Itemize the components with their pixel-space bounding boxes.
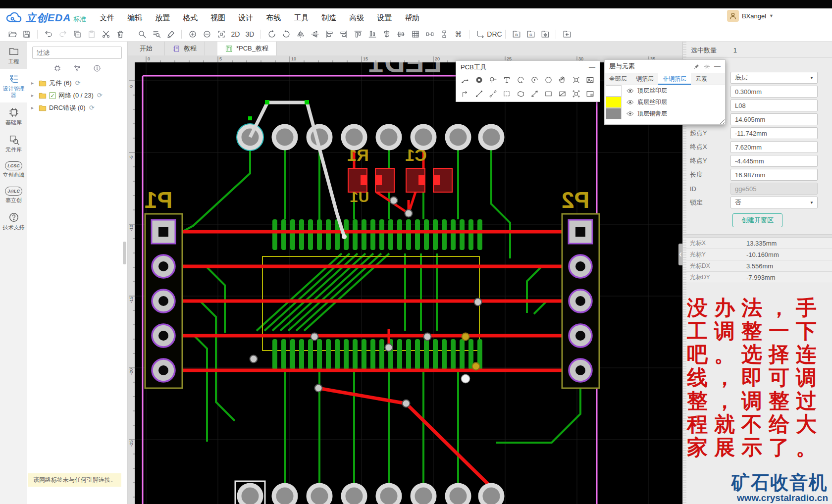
copper-area-icon[interactable]: [514, 88, 527, 100]
sidebar-item-base-lib[interactable]: 基础库: [0, 102, 27, 130]
tab-0[interactable]: 开始: [128, 42, 165, 55]
rect-icon[interactable]: [542, 88, 555, 100]
layers-tab-2[interactable]: 非铜箔层: [658, 73, 691, 85]
text-icon[interactable]: [500, 74, 513, 86]
align-middle-vertical-icon[interactable]: [394, 28, 408, 41]
refresh-icon[interactable]: ⟳: [97, 92, 103, 99]
rotate-ccw-icon[interactable]: [264, 28, 279, 41]
expand-arrow-icon[interactable]: ▸: [31, 93, 36, 98]
grid-array-icon[interactable]: [408, 28, 422, 41]
layers-panel[interactable]: 层与元素 — 全部层铜箔层非铜箔层元素 顶层丝印层底层丝印层顶层锡膏层: [604, 59, 726, 125]
layers-tab-0[interactable]: 全部层: [605, 73, 631, 85]
copy-icon[interactable]: [70, 28, 84, 41]
minimize-icon[interactable]: —: [589, 61, 595, 74]
drc-icon[interactable]: DRC: [487, 28, 502, 41]
menu-item-5[interactable]: 设计: [232, 8, 260, 27]
drag-icon[interactable]: [556, 74, 569, 86]
measure-icon[interactable]: [486, 88, 499, 100]
export-gerber-icon[interactable]: G: [523, 28, 538, 41]
tree-item-2[interactable]: ▸DRC错误 (0)⟳: [27, 101, 127, 114]
pin-icon[interactable]: [693, 63, 700, 70]
eye-icon[interactable]: [626, 87, 634, 95]
filter-input[interactable]: [32, 47, 122, 59]
view-2d[interactable]: 2D: [228, 28, 243, 41]
circle-icon[interactable]: [542, 74, 555, 86]
image-icon[interactable]: [583, 74, 596, 86]
pcb-drawing[interactable]: LED1 R1 C1 U1 P1 P2: [128, 55, 682, 504]
warning-icon[interactable]: [93, 64, 101, 72]
align-left-icon[interactable]: [322, 28, 336, 41]
tab-1[interactable]: 教程: [165, 42, 205, 55]
distribute-vertical-icon[interactable]: [437, 28, 451, 41]
corner-icon[interactable]: [459, 88, 471, 100]
expand-arrow-icon[interactable]: ▸: [31, 105, 36, 110]
sidebar-item-jlc[interactable]: J◎LC嘉立创: [0, 182, 27, 207]
pcb-canvas[interactable]: LED1 R1 C1 U1 P1 P2: [128, 55, 682, 504]
tree-item-0[interactable]: ▸元件 (6)⟳: [27, 77, 127, 89]
arc-center-icon[interactable]: [528, 74, 541, 86]
region-select-icon[interactable]: [500, 88, 513, 100]
pcb-tools-header[interactable]: PCB工具 —: [456, 61, 600, 74]
line-icon[interactable]: [472, 88, 485, 100]
format-brush-icon[interactable]: [163, 28, 178, 41]
menu-item-11[interactable]: 帮助: [398, 8, 426, 27]
checkbox-checked[interactable]: ✓: [49, 92, 56, 99]
field-select-9[interactable]: [730, 197, 818, 208]
panel-resize-handle[interactable]: [123, 242, 126, 264]
align-center-horizontal-icon[interactable]: [379, 28, 394, 41]
connector-p2[interactable]: [562, 214, 599, 388]
menu-item-2[interactable]: 放置: [149, 8, 176, 27]
distribute-horizontal-icon[interactable]: [422, 28, 437, 41]
flip-vertical-icon[interactable]: [308, 28, 322, 41]
menu-item-9[interactable]: 高级: [343, 8, 370, 27]
menu-item-0[interactable]: 文件: [93, 8, 121, 27]
field-input-2[interactable]: [730, 100, 818, 111]
layer-color-swatch[interactable]: [606, 108, 622, 119]
menu-item-10[interactable]: 设置: [370, 8, 398, 27]
zoom-in-icon[interactable]: [185, 28, 200, 41]
cross-probe-icon[interactable]: ⌘: [451, 28, 466, 41]
zoom-out-icon[interactable]: [200, 28, 214, 41]
sidebar-item-lcsc[interactable]: LCSC立创商城: [0, 157, 27, 182]
import-icon[interactable]: [560, 28, 574, 41]
layer-color-swatch[interactable]: [606, 97, 622, 108]
field-input-7[interactable]: [730, 169, 818, 181]
tree-item-1[interactable]: ▸✓网络 (0 / 23)⟳: [27, 89, 127, 101]
sidebar-item-support[interactable]: 技术支持: [0, 207, 27, 235]
track-icon[interactable]: [459, 74, 471, 86]
create-open-window-button[interactable]: 创建开窗区: [732, 213, 782, 227]
origin-icon[interactable]: [570, 74, 582, 86]
zoom-fit-icon[interactable]: [214, 28, 228, 41]
minimize-icon[interactable]: —: [714, 60, 721, 73]
rotate-cw-icon[interactable]: [279, 28, 293, 41]
menu-item-4[interactable]: 视图: [204, 8, 232, 27]
sidebar-item-project[interactable]: 工程: [0, 42, 27, 69]
layer-color-swatch[interactable]: [606, 85, 622, 97]
tab-2[interactable]: *PCB_教程: [217, 42, 277, 55]
gear-icon[interactable]: [704, 63, 710, 70]
field-input-3[interactable]: [730, 113, 818, 125]
search-icon[interactable]: [135, 28, 149, 41]
connector-p1[interactable]: [145, 214, 182, 388]
layer-row-1[interactable]: 底层丝印层: [605, 97, 725, 108]
menu-item-7[interactable]: 工具: [287, 8, 315, 27]
expand-arrow-icon[interactable]: ▸: [31, 80, 36, 86]
refresh-icon[interactable]: ⟳: [89, 104, 95, 111]
arc-icon[interactable]: [514, 74, 527, 86]
flip-horizontal-icon[interactable]: [293, 28, 308, 41]
board-outline-icon[interactable]: [583, 88, 596, 100]
menu-item-3[interactable]: 格式: [176, 8, 204, 27]
pcb-tools-panel[interactable]: PCB工具 —: [456, 60, 600, 102]
field-input-4[interactable]: [730, 127, 818, 139]
net-icon[interactable]: [73, 64, 81, 72]
pad-icon[interactable]: [472, 74, 485, 86]
delete-icon[interactable]: [113, 28, 127, 41]
dimension-icon[interactable]: [528, 88, 541, 100]
menu-item-8[interactable]: 制造: [315, 8, 343, 27]
cut-icon[interactable]: [99, 28, 113, 41]
undo-icon[interactable]: [41, 28, 55, 41]
layers-panel-header[interactable]: 层与元素 —: [605, 60, 725, 73]
find-similar-icon[interactable]: [149, 28, 163, 41]
refresh-icon[interactable]: ⟳: [75, 79, 81, 87]
align-right-icon[interactable]: [336, 28, 351, 41]
